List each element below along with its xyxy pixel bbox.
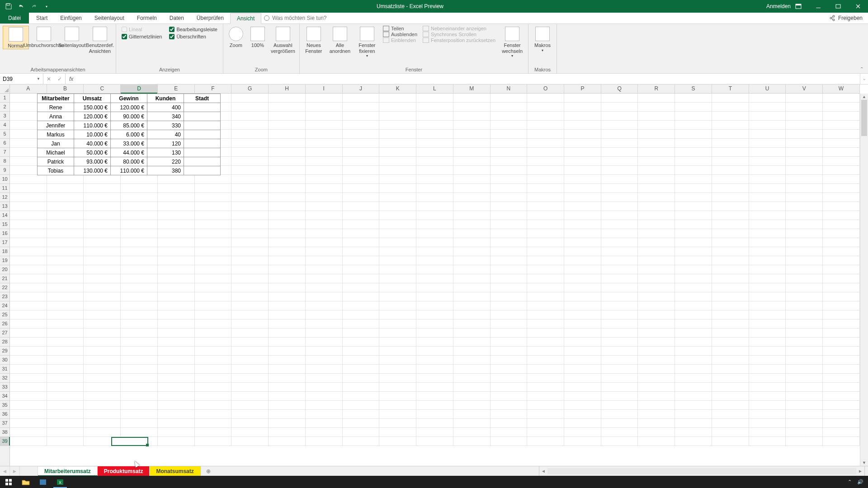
file-explorer-button[interactable]	[17, 476, 34, 488]
scroll-down-icon[interactable]: ▼	[860, 460, 868, 466]
close-icon[interactable]	[848, 0, 868, 13]
sheet-tab-mitarbeiterumsatz[interactable]: Mitarbeiterumsatz	[38, 467, 98, 476]
tab-file[interactable]: Datei	[0, 13, 29, 23]
hscroll-track[interactable]	[547, 468, 856, 474]
tab-data[interactable]: Daten	[163, 13, 190, 23]
row-header-30[interactable]: 30	[0, 356, 9, 365]
row-header-9[interactable]: 9	[0, 166, 9, 175]
horizontal-scrollbar[interactable]: ◄ ►	[539, 466, 864, 476]
col-header-T[interactable]: T	[712, 84, 749, 93]
fx-icon[interactable]: fx	[66, 74, 77, 84]
select-all-button[interactable]	[0, 84, 10, 94]
save-icon[interactable]	[4, 2, 14, 11]
formulabar-checkbox[interactable]: Bearbeitungsleiste	[169, 26, 217, 33]
row-header-22[interactable]: 22	[0, 283, 9, 292]
col-header-D[interactable]: D	[121, 84, 158, 93]
row-header-15[interactable]: 15	[0, 220, 9, 229]
row-header-29[interactable]: 29	[0, 347, 9, 356]
collapse-ribbon-icon[interactable]: ⌃	[860, 66, 863, 71]
taskbar-app-button[interactable]	[34, 476, 52, 488]
redo-icon[interactable]	[29, 2, 39, 11]
excel-taskbar-button[interactable]: X	[52, 476, 69, 488]
row-header-20[interactable]: 20	[0, 265, 9, 274]
col-header-M[interactable]: M	[453, 84, 491, 93]
macros-button[interactable]: Makros▾	[531, 26, 554, 52]
zoom-100-button[interactable]: 100%	[248, 26, 268, 48]
col-header-A[interactable]: A	[10, 84, 47, 93]
row-header-8[interactable]: 8	[0, 157, 9, 166]
signin-button[interactable]: Anmelden	[769, 0, 788, 13]
col-header-S[interactable]: S	[675, 84, 712, 93]
sheet-tab-produktumsatz[interactable]: Produktumsatz	[98, 466, 150, 476]
col-header-C[interactable]: C	[84, 84, 121, 93]
ruler-checkbox[interactable]: Lineal	[122, 26, 162, 33]
col-header-Q[interactable]: Q	[601, 84, 638, 93]
row-header-39[interactable]: 39	[0, 437, 9, 446]
name-box-dropdown-icon[interactable]: ▼	[37, 77, 40, 81]
row-header-11[interactable]: 11	[0, 184, 9, 193]
tab-pagelayout[interactable]: Seitenlayout	[88, 13, 131, 23]
switch-window-button[interactable]: Fenster wechseln▾	[499, 26, 525, 58]
freeze-panes-button[interactable]: Fenster fixieren▾	[355, 26, 379, 58]
ribbon-display-icon[interactable]	[788, 0, 808, 13]
row-header-28[interactable]: 28	[0, 338, 9, 347]
vertical-scrollbar[interactable]: ▲ ▼	[860, 94, 868, 466]
row-header-33[interactable]: 33	[0, 383, 9, 392]
volume-icon[interactable]: 🔊	[857, 479, 863, 485]
start-button[interactable]	[0, 476, 17, 488]
tab-nav-prev[interactable]: ◄	[0, 466, 10, 476]
row-header-21[interactable]: 21	[0, 274, 9, 283]
row-header-32[interactable]: 32	[0, 374, 9, 383]
row-header-37[interactable]: 37	[0, 419, 9, 428]
arrange-all-button[interactable]: Alle anordnen	[327, 26, 353, 54]
unhide-button[interactable]: Einblenden	[383, 38, 417, 43]
col-header-O[interactable]: O	[527, 84, 564, 93]
hscroll-left-icon[interactable]: ◄	[539, 469, 547, 474]
sheet-tab-monatsumsatz[interactable]: Monatsumsatz	[150, 466, 200, 476]
col-header-H[interactable]: H	[269, 84, 306, 93]
tab-split-handle[interactable]	[864, 466, 868, 476]
tray-chevron-icon[interactable]: ⌃	[848, 479, 852, 485]
tab-nav-next[interactable]: ►	[10, 466, 20, 476]
tab-insert[interactable]: Einfügen	[54, 13, 88, 23]
gridlines-checkbox[interactable]: Gitternetzlinien	[122, 33, 162, 40]
new-sheet-button[interactable]: ⊕	[201, 466, 216, 476]
row-header-38[interactable]: 38	[0, 428, 9, 437]
col-header-W[interactable]: W	[823, 84, 860, 93]
row-header-13[interactable]: 13	[0, 202, 9, 211]
row-header-2[interactable]: 2	[0, 103, 9, 112]
col-header-L[interactable]: L	[416, 84, 453, 93]
col-header-G[interactable]: G	[231, 84, 269, 93]
scrollbar-thumb[interactable]	[861, 100, 867, 136]
col-header-B[interactable]: B	[47, 84, 84, 93]
tab-review[interactable]: Überprüfen	[190, 13, 230, 23]
zoom-selection-button[interactable]: Auswahl vergrößern	[269, 26, 297, 54]
pagebreak-view-button[interactable]: Umbruchvorschau	[31, 26, 57, 48]
col-header-P[interactable]: P	[564, 84, 601, 93]
row-header-27[interactable]: 27	[0, 328, 9, 338]
col-header-K[interactable]: K	[379, 84, 416, 93]
col-header-N[interactable]: N	[491, 84, 528, 93]
expand-formula-icon[interactable]: ⌄	[860, 74, 868, 84]
row-header-18[interactable]: 18	[0, 247, 9, 256]
row-header-4[interactable]: 4	[0, 121, 9, 130]
row-header-36[interactable]: 36	[0, 410, 9, 419]
row-header-7[interactable]: 7	[0, 148, 9, 157]
pagelayout-view-button[interactable]: Seitenlayout	[59, 26, 85, 48]
row-header-6[interactable]: 6	[0, 139, 9, 148]
col-header-J[interactable]: J	[343, 84, 380, 93]
row-header-25[interactable]: 25	[0, 310, 9, 319]
row-header-14[interactable]: 14	[0, 211, 9, 220]
row-header-5[interactable]: 5	[0, 130, 9, 139]
hide-button[interactable]: Ausblenden	[383, 32, 417, 37]
share-button[interactable]: Freigeben	[829, 13, 863, 23]
col-header-F[interactable]: F	[195, 84, 232, 93]
tab-view[interactable]: Ansicht	[230, 13, 261, 24]
maximize-icon[interactable]	[828, 0, 848, 13]
row-header-35[interactable]: 35	[0, 401, 9, 410]
name-box[interactable]: D39 ▼	[0, 74, 43, 84]
col-header-E[interactable]: E	[158, 84, 195, 93]
custom-views-button[interactable]: Benutzerdef. Ansichten	[87, 26, 113, 54]
hscroll-right-icon[interactable]: ►	[856, 469, 864, 474]
col-header-I[interactable]: I	[306, 84, 343, 93]
